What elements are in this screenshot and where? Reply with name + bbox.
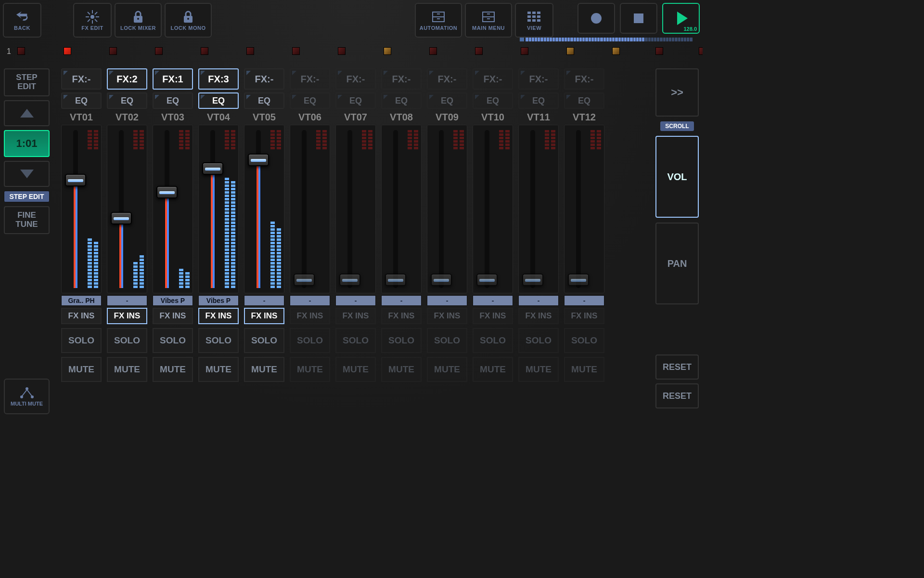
fx-slot[interactable]: FX:-: [473, 68, 513, 90]
mainmenu-button[interactable]: MAIN MENU: [465, 3, 512, 38]
finetune-button[interactable]: FINE TUNE: [4, 206, 50, 234]
record-button[interactable]: [578, 3, 615, 34]
eq-button[interactable]: EQ: [473, 92, 513, 109]
preset-slot[interactable]: -: [473, 295, 513, 306]
stop-button[interactable]: [620, 3, 657, 34]
fxins-button[interactable]: FX INS: [381, 308, 422, 324]
fader[interactable]: [61, 125, 102, 293]
eq-button[interactable]: EQ: [335, 92, 376, 109]
eq-button[interactable]: EQ: [153, 92, 193, 109]
eq-button[interactable]: EQ: [427, 92, 467, 109]
mute-button[interactable]: MUTE: [153, 357, 193, 382]
fx-slot[interactable]: FX:-: [290, 68, 330, 90]
fader[interactable]: [427, 125, 467, 293]
preset-slot[interactable]: Vibes P: [153, 295, 193, 306]
solo-button[interactable]: SOLO: [244, 328, 284, 353]
track-indicator[interactable]: [64, 47, 71, 55]
track-indicator[interactable]: [384, 47, 391, 55]
fader-knob[interactable]: [385, 274, 406, 286]
eq-button[interactable]: EQ: [244, 92, 284, 109]
fader-knob[interactable]: [568, 274, 589, 286]
fader-knob[interactable]: [431, 274, 452, 286]
nav-up-button[interactable]: [4, 100, 50, 126]
track-indicator[interactable]: [475, 47, 483, 55]
solo-button[interactable]: SOLO: [153, 328, 193, 353]
track-indicator[interactable]: [699, 47, 703, 55]
preset-slot[interactable]: -: [290, 295, 330, 306]
solo-button[interactable]: SOLO: [335, 328, 376, 353]
lockmono-button[interactable]: LOCK MONO: [165, 3, 212, 38]
view-button[interactable]: VIEW: [515, 3, 553, 38]
reset-solo-button[interactable]: RESET: [655, 355, 699, 380]
fx-slot[interactable]: FX:2: [107, 68, 147, 90]
reset-mute-button[interactable]: RESET: [655, 383, 699, 408]
fx-slot[interactable]: FX:-: [335, 68, 376, 90]
fx-slot[interactable]: FX:1: [153, 68, 193, 90]
song-position-bar[interactable]: [520, 35, 699, 39]
fader-knob[interactable]: [202, 162, 223, 175]
eq-button[interactable]: EQ: [198, 92, 239, 109]
track-indicator[interactable]: [17, 47, 25, 55]
preset-slot[interactable]: -: [244, 295, 284, 306]
fader-knob[interactable]: [339, 274, 360, 286]
track-indicator[interactable]: [429, 47, 437, 55]
track-indicator[interactable]: [338, 47, 346, 55]
fader-knob[interactable]: [248, 154, 269, 166]
mute-button[interactable]: MUTE: [518, 357, 559, 382]
fader-knob[interactable]: [294, 274, 315, 286]
track-indicator[interactable]: [612, 47, 620, 55]
eq-button[interactable]: EQ: [290, 92, 330, 109]
fader[interactable]: [518, 125, 559, 293]
track-indicator[interactable]: [155, 47, 163, 55]
fx-slot[interactable]: FX:-: [61, 68, 102, 90]
fader[interactable]: [473, 125, 513, 293]
fx-slot[interactable]: FX:-: [427, 68, 467, 90]
track-indicator[interactable]: [655, 47, 663, 55]
fader[interactable]: [153, 125, 193, 293]
preset-slot[interactable]: -: [427, 295, 467, 306]
fader[interactable]: [381, 125, 422, 293]
scroll-right-button[interactable]: >>: [655, 68, 699, 117]
lockmixer-button[interactable]: LOCK MIXER: [115, 3, 162, 38]
preset-slot[interactable]: Gra.. PH: [61, 295, 102, 306]
fxins-button[interactable]: FX INS: [61, 308, 102, 324]
fader-knob[interactable]: [522, 274, 543, 286]
track-indicator[interactable]: [292, 47, 300, 55]
fxins-button[interactable]: FX INS: [107, 308, 147, 324]
eq-button[interactable]: EQ: [564, 92, 604, 109]
fxins-button[interactable]: FX INS: [427, 308, 467, 324]
solo-button[interactable]: SOLO: [518, 328, 559, 353]
fader[interactable]: [107, 125, 147, 293]
fader[interactable]: [244, 125, 284, 293]
mute-button[interactable]: MUTE: [564, 357, 604, 382]
preset-slot[interactable]: -: [518, 295, 559, 306]
fader[interactable]: [290, 125, 330, 293]
solo-button[interactable]: SOLO: [61, 328, 102, 353]
solo-button[interactable]: SOLO: [381, 328, 422, 353]
solo-button[interactable]: SOLO: [473, 328, 513, 353]
mute-button[interactable]: MUTE: [61, 357, 102, 382]
track-indicator[interactable]: [521, 47, 528, 55]
track-indicator[interactable]: [566, 47, 574, 55]
fx-slot[interactable]: FX:-: [381, 68, 422, 90]
fxins-button[interactable]: FX INS: [153, 308, 193, 324]
fader-knob[interactable]: [476, 274, 498, 286]
play-button[interactable]: 128.0: [662, 3, 700, 34]
preset-slot[interactable]: -: [107, 295, 147, 306]
track-indicator[interactable]: [246, 47, 254, 55]
fx-slot[interactable]: FX:-: [518, 68, 559, 90]
solo-button[interactable]: SOLO: [290, 328, 330, 353]
mute-button[interactable]: MUTE: [335, 357, 376, 382]
fxedit-button[interactable]: FX EDIT: [73, 3, 112, 38]
fxins-button[interactable]: FX INS: [518, 308, 559, 324]
fader[interactable]: [198, 125, 239, 293]
track-indicator[interactable]: [201, 47, 208, 55]
fxins-button[interactable]: FX INS: [335, 308, 376, 324]
solo-button[interactable]: SOLO: [198, 328, 239, 353]
mute-button[interactable]: MUTE: [381, 357, 422, 382]
preset-slot[interactable]: -: [564, 295, 604, 306]
fxins-button[interactable]: FX INS: [564, 308, 604, 324]
fxins-button[interactable]: FX INS: [244, 308, 284, 324]
fxins-button[interactable]: FX INS: [473, 308, 513, 324]
preset-slot[interactable]: -: [335, 295, 376, 306]
